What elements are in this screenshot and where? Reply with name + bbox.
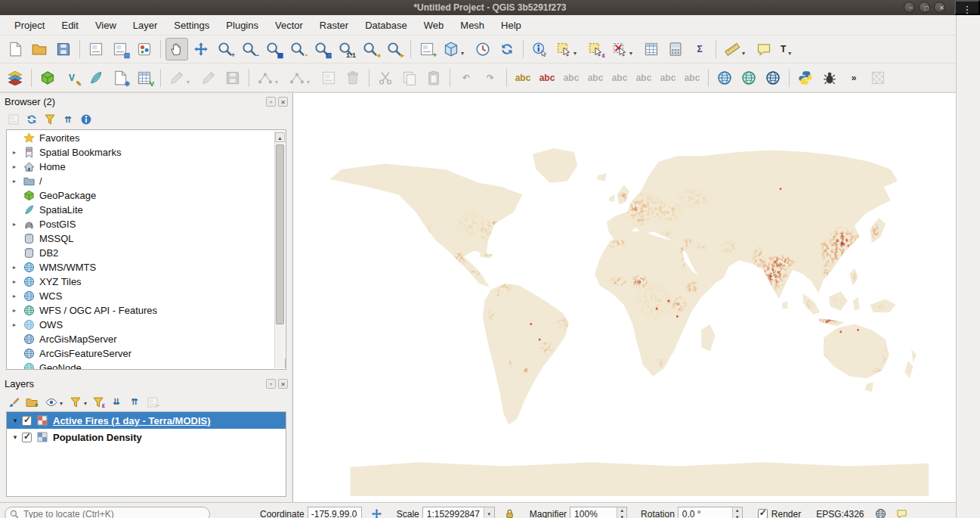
rotation-spinner[interactable]: 0.0 ° ▲▼ — [678, 507, 743, 518]
remove-layer[interactable]: − — [144, 394, 161, 411]
menu-layer[interactable]: Layer — [125, 17, 166, 34]
expand-arrow-icon[interactable] — [13, 293, 23, 299]
rotate-label[interactable]: abc — [657, 67, 679, 89]
browser-item-postgis[interactable]: PostGIS — [7, 217, 274, 231]
menu-project[interactable]: Project — [6, 17, 53, 34]
panel-close-button[interactable] — [278, 97, 288, 107]
filter-browser[interactable] — [42, 111, 58, 128]
chevron-down-icon[interactable]: ▾ — [484, 507, 494, 518]
scale-combo[interactable]: 1:152992847 ▾ — [422, 507, 495, 518]
browser-item-db2[interactable]: DB2 — [7, 246, 274, 260]
metasearch-catalog-client[interactable] — [713, 67, 736, 89]
plugin-debugger[interactable] — [818, 67, 841, 89]
browser-item-arcgisfeatureserver[interactable]: ArcGisFeatureServer — [7, 346, 274, 361]
browser-tree[interactable]: FavoritesSpatial BookmarksHome/GeoPackag… — [6, 129, 286, 370]
expand-arrow-icon[interactable] — [13, 264, 23, 271]
browser-item-xyz-tiles[interactable]: XYZ Tiles — [7, 275, 274, 289]
expand-arrow-icon[interactable]: ▾ — [10, 417, 20, 424]
pan-map-to-selection[interactable] — [190, 38, 212, 60]
crs-button[interactable]: EPSG:4326 — [815, 509, 865, 518]
layer-row-population-density[interactable]: ▾Population Density — [7, 429, 286, 445]
text-annotation[interactable]: T▾ — [777, 38, 807, 60]
zoom-out[interactable]: − — [238, 38, 261, 60]
extents-toggle-icon[interactable] — [371, 508, 383, 518]
layer-diagram-options[interactable]: abc — [536, 67, 558, 89]
browser-item-arcgismapserver[interactable]: ArcGisMapServer — [7, 332, 274, 346]
open-layer-styling-panel[interactable] — [5, 394, 22, 411]
map-tips[interactable] — [753, 38, 775, 60]
zoom-to-layer[interactable]: ▤ — [311, 38, 333, 60]
menu-settings[interactable]: Settings — [165, 17, 218, 34]
browser-item-favorites[interactable]: Favorites — [7, 131, 274, 145]
expand-arrow-icon[interactable]: ▾ — [10, 433, 20, 441]
messages-icon[interactable] — [896, 508, 908, 518]
zoom-native-resolution[interactable]: 1:1 — [335, 38, 357, 60]
magnifier-spinner[interactable]: 100% ▲▼ — [570, 507, 627, 518]
browser-item-ows[interactable]: OWS — [7, 318, 274, 332]
lock-scale-icon[interactable] — [504, 508, 516, 518]
scroll-thumb[interactable] — [276, 144, 284, 324]
new-map-view[interactable]: + — [416, 38, 438, 60]
menu-view[interactable]: View — [87, 17, 125, 34]
vertex-tool[interactable]: ▾ — [286, 67, 316, 89]
highlight-pinned-labels[interactable]: abc — [560, 67, 583, 89]
coordinate-input[interactable] — [308, 507, 362, 518]
overflow-menu-button[interactable] — [954, 0, 980, 15]
select-by-expression[interactable]: ε — [584, 38, 607, 60]
layer-visibility-checkbox[interactable] — [22, 433, 32, 442]
current-edits[interactable]: ▾ — [165, 67, 196, 89]
refresh-map[interactable] — [496, 38, 518, 60]
expand-all[interactable]: ⇊ — [108, 394, 125, 411]
spin-down-icon[interactable]: ▼ — [733, 514, 742, 518]
properties-widget[interactable] — [78, 111, 94, 128]
panel-close-button[interactable] — [278, 379, 288, 389]
spin-up-icon[interactable]: ▲ — [617, 507, 626, 514]
menu-plugins[interactable]: Plugins — [218, 17, 267, 34]
browser-scrollbar[interactable]: ▲ ▼ — [274, 131, 285, 368]
expand-arrow-icon[interactable] — [13, 307, 23, 314]
new-temporary-scratch-layer[interactable]: ✱ — [109, 67, 131, 89]
identify-features[interactable] — [528, 38, 551, 60]
filter-by-expression[interactable]: ε — [90, 394, 107, 411]
collapse-all-layers[interactable]: ⇈ — [126, 394, 143, 411]
web-services[interactable] — [762, 67, 784, 89]
temporal-controller-panel[interactable] — [471, 38, 494, 60]
select-features[interactable]: ▾ — [552, 38, 583, 60]
new-project[interactable] — [4, 38, 26, 60]
expand-arrow-icon[interactable] — [13, 178, 23, 185]
scroll-down-button[interactable]: ▼ — [285, 358, 286, 368]
new-shapefile-layer[interactable]: V✎ — [60, 67, 83, 89]
redo[interactable]: ↷ — [479, 67, 502, 89]
locate-input[interactable] — [22, 508, 205, 518]
zoom-next[interactable]: ▸ — [383, 38, 406, 60]
filter-legend[interactable]: ▾ — [66, 394, 88, 411]
open-project[interactable] — [28, 38, 51, 60]
locate-search[interactable] — [5, 507, 210, 518]
menu-database[interactable]: Database — [357, 17, 416, 34]
menu-vector[interactable]: Vector — [267, 17, 311, 34]
modify-attributes[interactable] — [317, 67, 340, 89]
refresh-browser[interactable] — [23, 111, 40, 128]
paste-features[interactable] — [422, 67, 445, 89]
search-qms-layers[interactable] — [737, 67, 760, 89]
pan-map[interactable] — [165, 38, 188, 60]
collapse-all[interactable]: ⇈ — [60, 111, 76, 128]
new-print-layout[interactable] — [85, 38, 107, 60]
spin-down-icon[interactable]: ▼ — [617, 514, 626, 518]
new-3d-map-view[interactable]: ▾ — [440, 38, 470, 60]
layer-labeling-options[interactable]: abc — [512, 67, 534, 89]
open-attribute-table[interactable] — [640, 38, 663, 60]
map-canvas[interactable] — [292, 93, 956, 502]
menu-raster[interactable]: Raster — [311, 17, 357, 34]
expand-arrow-icon[interactable] — [13, 163, 23, 170]
menu-mesh[interactable]: Mesh — [452, 17, 493, 34]
python-console[interactable] — [794, 67, 817, 89]
panel-float-button[interactable] — [266, 97, 276, 107]
deselect-features[interactable]: ▾ — [608, 38, 638, 60]
undo[interactable]: ↶ — [455, 67, 478, 89]
browser-item-geopackage[interactable]: GeoPackage — [7, 188, 274, 203]
toggle-editing[interactable] — [197, 67, 220, 89]
save-layer-edits[interactable] — [221, 67, 244, 89]
browser-item-spatial-bookmarks[interactable]: Spatial Bookmarks — [7, 145, 274, 160]
titlebar[interactable]: *Untitled Project - QGIS 3b5291f273 — [0, 0, 980, 15]
